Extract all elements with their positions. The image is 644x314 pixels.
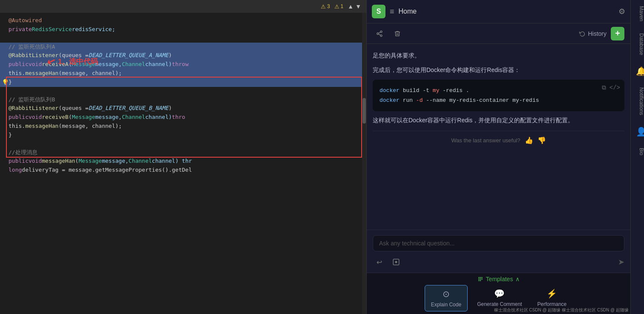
templates-chevron: ∧: [515, 276, 520, 282]
chat-text-3: 这样就可以在Docker容器中运行Redis，并使用自定义的配置文件进行配置。: [373, 115, 624, 126]
generate-comment-label: Generate Comment: [477, 301, 522, 307]
avatar-letter: S: [377, 8, 381, 15]
history-label: History: [588, 30, 607, 37]
chat-text-2: 完成后，您可以使用Docker命令构建和运行Redis容器：: [373, 65, 624, 75]
code-line-receive-b: public void receiveB ( Message message, …: [0, 113, 366, 122]
history-button[interactable]: History: [579, 30, 607, 37]
input-area: Ask any technical question... ↩ ↙ 2、点击代码…: [367, 230, 630, 273]
performance-label: Performance: [538, 301, 567, 307]
watermark-text: 稼士混合技术社区 CSDN @ 起随缘: [494, 308, 561, 312]
svg-point-2: [380, 35, 382, 36]
send-button[interactable]: ➤: [618, 257, 624, 267]
warning-count-2: 1: [341, 3, 344, 9]
thumbs-up-button[interactable]: 👍: [525, 135, 533, 146]
copy-icon[interactable]: ⧉: [602, 83, 606, 93]
code-line-message-han-a: this. messageHan (message, channel);: [0, 69, 366, 78]
code-block-line-2: docker run -d --name my-redis-container …: [380, 95, 618, 105]
chat-content: 足您的具体要求。 完成后，您可以使用Docker命令构建和运行Redis容器： …: [367, 44, 630, 230]
editor-scrollbar[interactable]: [362, 13, 366, 314]
annotation-1: ↙ 1、选中代码: [47, 53, 98, 69]
code-block: ⧉ </> docker build -t my -redis . docker…: [373, 80, 624, 112]
code-block-line-1: docker build -t my -redis .: [380, 86, 618, 95]
input-placeholder: Ask any technical question...: [379, 240, 454, 247]
code-line-message-han-b: this. messageHan (message, channel);: [0, 122, 366, 131]
panel-toolbar: History +: [367, 23, 630, 44]
thumbs-down-button[interactable]: 👎: [538, 135, 546, 146]
code-content[interactable]: @Autowired private RedisService redisSer…: [0, 13, 366, 314]
code-line-close-b: }: [0, 131, 366, 140]
code-line-blank-1: [0, 34, 366, 43]
bio-icon[interactable]: 👤: [636, 121, 644, 142]
code-line-delivery-tag: long deliveryTag = message.getMessagePro…: [0, 166, 366, 175]
code-block-toolbar: ⧉ </>: [602, 83, 620, 93]
chat-text-2-content: 完成后，您可以使用Docker命令构建和运行Redis容器：: [373, 66, 520, 73]
hamburger-icon[interactable]: ≡: [390, 7, 394, 16]
code-line-comment-msg: //处理消息: [0, 148, 366, 157]
chat-text-1-content: 足您的具体要求。: [373, 52, 420, 59]
screenshot-button[interactable]: [390, 256, 402, 268]
maven-tab[interactable]: Maven: [635, 0, 644, 27]
explain-code-label: Explain Code: [431, 302, 461, 308]
panel-header: S ≡ Home ⚙: [367, 0, 630, 23]
code-line-comment-a: // 监听死信队列A: [0, 43, 366, 52]
share-button[interactable]: [373, 27, 386, 40]
notifications-icon[interactable]: 🔔: [636, 61, 644, 81]
code-icon[interactable]: </>: [610, 83, 620, 93]
undo-button[interactable]: ↩: [373, 256, 385, 268]
performance-icon: ⚡: [546, 288, 557, 299]
code-line-comment-b: // 监听死信队列B: [0, 95, 366, 104]
svg-line-4: [379, 32, 381, 33]
hint-icon: 💡: [2, 78, 9, 87]
code-line-rabbit-b: @RabbitListener (queues = DEAD_LETTER_QU…: [0, 104, 366, 113]
svg-point-1: [377, 33, 379, 35]
input-actions: ↩ ↙ 2、点击代码解释按钮 ➤: [373, 255, 624, 270]
nav-arrows[interactable]: ▲ ▼: [348, 3, 361, 10]
ai-panel: S ≡ Home ⚙: [366, 0, 630, 314]
chat-text-3-content: 这样就可以在Docker容器中运行Redis，并使用自定义的配置文件进行配置。: [373, 117, 574, 124]
panel-title: Home: [399, 8, 614, 15]
avatar-button[interactable]: S: [372, 5, 385, 18]
explain-code-button[interactable]: ⊙ Explain Code: [425, 285, 468, 311]
gear-icon[interactable]: ⚙: [618, 7, 625, 16]
trash-button[interactable]: [391, 27, 404, 40]
bio-tab[interactable]: Bio: [635, 142, 644, 161]
templates-header[interactable]: Templates ∧: [371, 276, 626, 282]
chat-input-box[interactable]: Ask any technical question...: [373, 235, 624, 251]
generate-comment-icon: 💬: [494, 288, 505, 299]
templates-label: Templates: [486, 276, 513, 282]
annotation-text-1: 1、选中代码: [58, 56, 98, 67]
warning-count-1: 3: [327, 3, 330, 9]
warning-icon-2: ⚠: [334, 3, 339, 10]
explain-code-icon: ⊙: [443, 289, 450, 299]
code-line-1: @Autowired: [0, 16, 366, 25]
editor-topbar: ⚠ 3 ⚠ 1 ▲ ▼: [0, 0, 366, 13]
code-editor: ⚠ 3 ⚠ 1 ▲ ▼ @Autowired private RedisServ…: [0, 0, 366, 314]
warning-icon-1: ⚠: [321, 3, 326, 10]
chat-text-1: 足您的具体要求。: [373, 51, 624, 61]
code-line-close-a: 💡 }: [0, 78, 366, 87]
scrollbar-thumb[interactable]: [362, 98, 366, 124]
down-arrow[interactable]: ▼: [355, 3, 361, 10]
svg-point-0: [380, 31, 382, 32]
feedback-row: Was the last answer useful? 👍 👎: [373, 131, 624, 150]
warning-badge-2: ⚠ 1: [334, 3, 344, 10]
feedback-text: Was the last answer useful?: [451, 136, 520, 145]
code-line-blank-3: [0, 140, 366, 148]
code-line-messagehan-def: public void messageHan ( Message message…: [0, 157, 366, 166]
warning-badge-1: ⚠ 3: [321, 3, 330, 10]
new-chat-button[interactable]: +: [611, 27, 624, 40]
code-line-2: private RedisService redisService;: [0, 25, 366, 34]
svg-line-3: [379, 34, 381, 35]
up-arrow[interactable]: ▲: [348, 3, 354, 10]
watermark: 稼士混合技术社区 CSDN @ 起随缘 稼士混合技术社区 CSDN @ 起随缘: [494, 307, 629, 313]
notifications-tab[interactable]: Notifications: [635, 81, 644, 121]
code-line-blank-2: [0, 87, 366, 95]
database-tab[interactable]: Database: [635, 27, 644, 61]
plus-icon: +: [615, 29, 620, 38]
side-tabs: Maven Database 🔔 Notifications 👤 Bio: [630, 0, 644, 314]
